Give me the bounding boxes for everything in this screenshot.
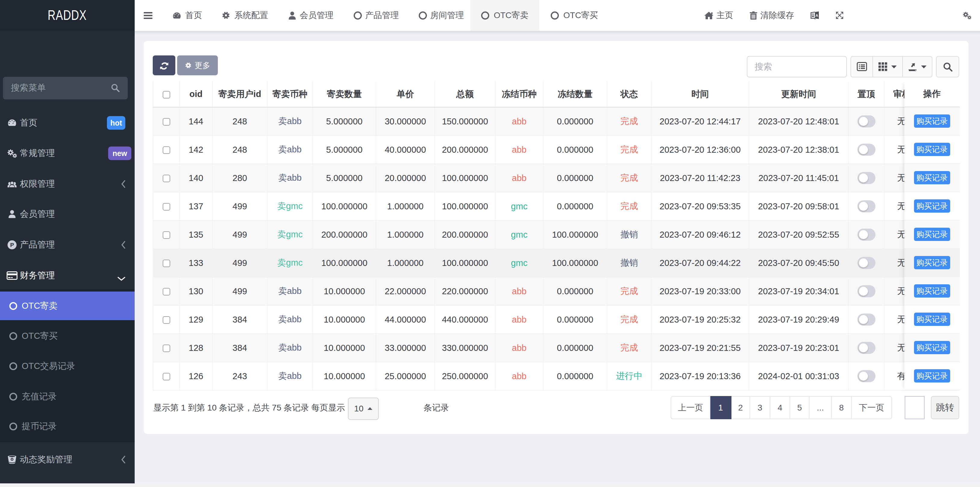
- svg-text:A: A: [816, 13, 819, 18]
- svg-text:P: P: [10, 242, 14, 248]
